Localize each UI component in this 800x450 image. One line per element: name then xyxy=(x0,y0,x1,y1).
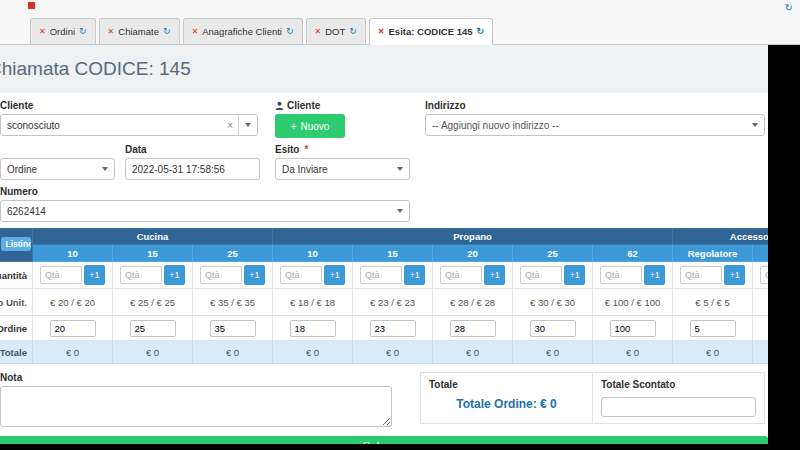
corner-badge[interactable]: Listino xyxy=(1,237,31,251)
price-cell-1: € 25 / € 25 xyxy=(113,289,193,316)
refresh-icon[interactable]: ↻ xyxy=(349,27,357,36)
plus-one-button-0[interactable]: +1 xyxy=(84,265,105,285)
price-cell-7: € 100 / € 100 xyxy=(593,289,673,316)
nuovo-cliente-label: Cliente xyxy=(275,100,410,111)
tab-esita-codice-145[interactable]: ✕ Esita: CODICE 145 ↻ xyxy=(369,18,493,45)
order-price-input-4[interactable] xyxy=(370,320,416,337)
qty-input-3[interactable] xyxy=(280,266,322,284)
totale-scontato-input[interactable] xyxy=(601,397,756,417)
qty-input-2[interactable] xyxy=(200,266,242,284)
order-price-input-2[interactable] xyxy=(210,320,256,337)
qty-group: +1 xyxy=(760,265,768,285)
qty-group: +1 xyxy=(360,265,425,285)
close-icon[interactable]: ✕ xyxy=(192,28,199,36)
price-cell-6: € 30 / € 30 xyxy=(513,289,593,316)
order-price-input-5[interactable] xyxy=(450,320,496,337)
qty-input-5[interactable] xyxy=(440,266,482,284)
order-price-input-3[interactable] xyxy=(290,320,336,337)
totale-label: Totale xyxy=(429,379,584,390)
totale-scontato-label: Totale Scontato xyxy=(601,379,756,390)
close-icon[interactable]: ✕ xyxy=(315,28,322,36)
qty-cell-7: +1 xyxy=(593,262,673,289)
row-label-span: Totale xyxy=(0,347,27,358)
tab-chiamate[interactable]: ✕ Chiamate ↻ xyxy=(99,18,180,45)
close-icon[interactable]: ✕ xyxy=(108,28,115,36)
plus-one-button-5[interactable]: +1 xyxy=(484,265,505,285)
qty-input-4[interactable] xyxy=(360,266,402,284)
refresh-icon[interactable]: ↻ xyxy=(79,27,87,36)
qty-input-7[interactable] xyxy=(600,266,642,284)
salva-button[interactable]: Salva xyxy=(0,436,768,444)
nuovo-cliente-button[interactable]: + Nuovo xyxy=(275,114,345,138)
qty-group: +1 xyxy=(600,265,665,285)
data-input[interactable] xyxy=(125,158,260,180)
price-cell-2: € 35 / € 35 xyxy=(193,289,273,316)
numero-select[interactable]: 6262414 xyxy=(0,200,410,222)
qty-cell-1: +1 xyxy=(113,262,193,289)
refresh-icon[interactable]: ↻ xyxy=(163,27,171,36)
order-price-input-8[interactable] xyxy=(690,320,736,337)
price-cell-8: € 5 / € 5 xyxy=(673,289,753,316)
plus-one-button-1[interactable]: +1 xyxy=(164,265,185,285)
plus-one-button-3[interactable]: +1 xyxy=(324,265,345,285)
top-bar: ↻ ✕ Ordini ↻ ✕ Chiamate ↻ ✕ Anagrafiche … xyxy=(0,0,800,45)
qty-input-6[interactable] xyxy=(520,266,562,284)
quantity-row: Quantità+1+1+1+1+1+1+1+1+1+1 xyxy=(0,262,768,289)
order-price-input-7[interactable] xyxy=(610,320,656,337)
order-cell-8 xyxy=(673,316,753,341)
qty-input-0[interactable] xyxy=(40,266,82,284)
order-price-row: Prezzo Ordine xyxy=(0,316,768,341)
global-refresh-icon[interactable]: ↻ xyxy=(785,2,793,13)
plus-one-button-2[interactable]: +1 xyxy=(244,265,265,285)
row-label-text: Prezzo Unit. xyxy=(0,289,32,315)
data-label: Data xyxy=(125,144,260,155)
close-icon[interactable]: ✕ xyxy=(39,28,46,36)
tab-ordini[interactable]: ✕ Ordini ↻ xyxy=(30,18,96,45)
qty-input-1[interactable] xyxy=(120,266,162,284)
refresh-icon[interactable]: ↻ xyxy=(476,27,484,36)
cliente-select[interactable]: sconosciuto × xyxy=(0,114,258,136)
esito-select[interactable]: Da Inviare xyxy=(275,158,410,180)
order-cell-4 xyxy=(353,316,433,341)
order-price-input-6[interactable] xyxy=(530,320,576,337)
total-cell-2: € 0 xyxy=(193,341,273,364)
total-cell-5: € 0 xyxy=(433,341,513,364)
nota-label: Nota xyxy=(0,372,392,383)
order-price-input-0[interactable] xyxy=(50,320,96,337)
order-cell-3 xyxy=(273,316,353,341)
size-header-2: 25 xyxy=(193,245,273,262)
clear-icon[interactable]: × xyxy=(222,120,238,131)
size-header-4: 15 xyxy=(353,245,433,262)
order-price-input-1[interactable] xyxy=(130,320,176,337)
tab-label: Ordini xyxy=(50,26,75,37)
price-row: Prezzo Unit.€ 20 / € 20€ 25 / € 25€ 35 /… xyxy=(0,289,768,316)
plus-one-button-7[interactable]: +1 xyxy=(644,265,665,285)
qty-cell-5: +1 xyxy=(433,262,513,289)
tab-anagrafiche-clienti[interactable]: ✕ Anagrafiche Clienti ↻ xyxy=(183,18,303,45)
close-icon[interactable]: ✕ xyxy=(378,28,385,36)
call-form: Cliente sconosciuto × Cliente xyxy=(0,93,768,222)
indirizzo-select[interactable]: -- Aggiungi nuovo indirizzo -- xyxy=(425,114,765,136)
indirizzo-select-value: -- Aggiungi nuovo indirizzo -- xyxy=(432,120,559,131)
order-cell-0 xyxy=(33,316,113,341)
qty-input-8[interactable] xyxy=(680,266,722,284)
nota-textarea[interactable] xyxy=(0,386,392,427)
tab-dot[interactable]: ✕ DOT ↻ xyxy=(306,18,366,45)
size-header-3: 10 xyxy=(273,245,353,262)
plus-one-button-6[interactable]: +1 xyxy=(564,265,585,285)
order-cell-2 xyxy=(193,316,273,341)
tab-bar: ✕ Ordini ↻ ✕ Chiamate ↻ ✕ Anagrafiche Cl… xyxy=(30,18,493,45)
tipo-select[interactable]: Ordine xyxy=(0,158,115,180)
plus-one-button-8[interactable]: +1 xyxy=(724,265,745,285)
size-header-1: 15 xyxy=(113,245,193,262)
group-header-1: Propano xyxy=(273,229,673,245)
row-label-span: Prezzo Unit. xyxy=(0,297,27,308)
qty-cell-6: +1 xyxy=(513,262,593,289)
refresh-icon[interactable]: ↻ xyxy=(286,27,294,36)
tipo-select-value: Ordine xyxy=(7,164,37,175)
page-title: Chiamata CODICE: 145 xyxy=(0,45,768,93)
order-cell-7 xyxy=(593,316,673,341)
qty-cell-0: +1 xyxy=(33,262,113,289)
plus-one-button-4[interactable]: +1 xyxy=(404,265,425,285)
qty-input-9[interactable] xyxy=(760,266,768,284)
